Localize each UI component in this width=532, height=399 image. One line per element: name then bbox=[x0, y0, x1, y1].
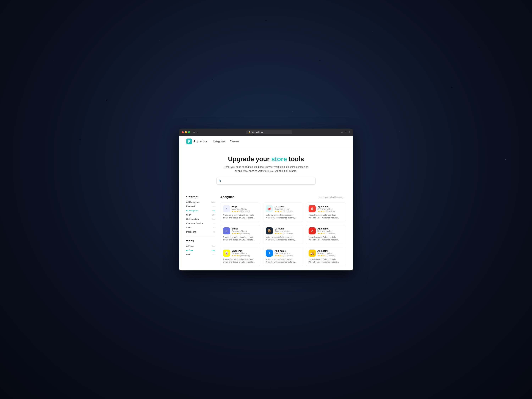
app-rating: ★★★★½ (32 reviews) bbox=[274, 255, 293, 257]
sidebar-pricing-list: All Apps23Free236Paid23 bbox=[186, 244, 215, 257]
active-dot-icon bbox=[186, 250, 187, 251]
pricing-item-free[interactable]: Free236 bbox=[186, 248, 215, 253]
stars-icon: ★★★★½ bbox=[232, 233, 240, 234]
app-card[interactable]: ✓ Yotpo By Ayman Mohey ★★★★½ (32 reviews… bbox=[220, 203, 260, 222]
stars-icon: ★★★★½ bbox=[232, 210, 240, 212]
sidebar-item-customer-service[interactable]: Customer Service1 bbox=[186, 221, 215, 226]
app-info: Stripe By Ayman Mohey ★★★★½ (32 reviews) bbox=[232, 227, 250, 234]
app-info: Yotpo By Ayman Mohey ★★★★½ (32 reviews) bbox=[232, 205, 250, 212]
app-card[interactable]: S Stripe By Ayman Mohey ★★★★½ (32 review… bbox=[220, 225, 260, 244]
app-card[interactable]: 👻 Snapchat By Ayman Mohey ★★★★½ (32 revi… bbox=[220, 247, 260, 266]
sidebar-item-all-catagories[interactable]: All Catagories236 bbox=[186, 200, 215, 204]
share-icon[interactable]: ↑ bbox=[345, 131, 347, 134]
sidebar-item-label: Monitoring bbox=[186, 231, 196, 233]
pricing-item-all-apps[interactable]: All Apps23 bbox=[186, 244, 215, 248]
app-author: By Ayman Mohey bbox=[232, 230, 250, 232]
app-info: App name By Ayman Mohey ★★★★½ (32 review… bbox=[317, 249, 336, 257]
pricing-item-paid[interactable]: Paid23 bbox=[186, 253, 215, 257]
app-card-header: A App name By Ayman Mohey ★★★★½ (32 revi… bbox=[309, 227, 343, 234]
app-rating-count: (32 reviews) bbox=[283, 233, 293, 234]
app-card[interactable]: 📦 Lil name By Ayman Mohey ★★★★½ (32 revi… bbox=[263, 225, 303, 244]
nav-categories[interactable]: Categories bbox=[213, 140, 225, 143]
app-rating-count: (32 reviews) bbox=[240, 210, 250, 212]
address-bar-inner[interactable]: 🔒 app.salla.sa bbox=[246, 130, 292, 134]
app-author: By Ayman Mohey bbox=[317, 230, 336, 232]
app-description: Instantly access Salla boards in Whereby… bbox=[266, 214, 300, 219]
back-icon[interactable]: ‹ bbox=[197, 131, 198, 134]
app-name: App name bbox=[317, 205, 336, 208]
app-rating-count: (32 reviews) bbox=[240, 255, 250, 257]
hero-subtitle: Either you need to add tools to boost up… bbox=[223, 165, 309, 173]
app-description: Instantly access Salla boards in Whereby… bbox=[309, 258, 343, 264]
logo-text: App store bbox=[193, 139, 207, 143]
maximize-button[interactable] bbox=[188, 131, 190, 133]
app-icon: 🚚 bbox=[309, 249, 316, 257]
app-description: A marketing tool that enables you to cre… bbox=[223, 258, 258, 264]
stars-icon: ★★★★½ bbox=[317, 255, 325, 257]
sidebar-item-label: Sales bbox=[186, 227, 191, 229]
traffic-lights bbox=[182, 131, 190, 133]
stars-icon: ★★★★½ bbox=[274, 255, 282, 257]
app-card[interactable]: ✈ App name By Ayman Mohey ★★★★½ (32 revi… bbox=[263, 247, 303, 266]
stars-icon: ★★★★½ bbox=[232, 255, 240, 257]
download-icon[interactable]: ⬇ bbox=[341, 131, 343, 134]
app-name: Yotpo bbox=[232, 205, 250, 208]
app-card-header: 🐙 Lil name By Ayman Mohey ★★★★½ (32 revi… bbox=[266, 205, 300, 212]
nav-themes[interactable]: Themes bbox=[230, 140, 239, 143]
sidebar: Categories All Catagories236Featured23An… bbox=[186, 195, 215, 266]
sidebar-item-label: Collaboration bbox=[186, 218, 199, 221]
app-rating-count: (32 reviews) bbox=[240, 233, 250, 234]
new-tab-icon[interactable]: + bbox=[349, 131, 350, 134]
app-card[interactable]: A App name By Ayman Mohey ★★★★½ (32 revi… bbox=[306, 225, 346, 244]
app-description: Instantly access Salla boards in Whereby… bbox=[266, 236, 300, 241]
nav-logo[interactable]: App store bbox=[186, 139, 207, 144]
close-button[interactable] bbox=[182, 131, 184, 133]
search-bar: 🔍 bbox=[216, 177, 316, 185]
sidebar-toggle-icon[interactable]: ⊞ bbox=[193, 131, 196, 134]
app-rating: ★★★★½ (32 reviews) bbox=[232, 233, 250, 234]
stars-icon: ★★★★½ bbox=[274, 233, 282, 234]
app-rating-count: (32 reviews) bbox=[283, 210, 293, 212]
sidebar-item-collaboration[interactable]: Collaboration23 bbox=[186, 217, 215, 221]
app-rating: ★★★★½ (32 reviews) bbox=[317, 210, 336, 212]
logo-icon bbox=[186, 139, 192, 144]
svg-rect-2 bbox=[188, 142, 189, 143]
learn-link-text: Learn how to build an app bbox=[318, 196, 343, 198]
hero-title-highlight: store bbox=[271, 155, 287, 163]
search-input[interactable] bbox=[216, 177, 316, 185]
app-card[interactable]: 🐙 Lil name By Ayman Mohey ★★★★½ (32 revi… bbox=[263, 203, 303, 222]
sidebar-item-crm[interactable]: CRM23 bbox=[186, 213, 215, 217]
app-rating: ★★★★½ (32 reviews) bbox=[232, 255, 250, 257]
app-rating: ★★★★½ (32 reviews) bbox=[317, 255, 336, 257]
app-icon: 👻 bbox=[223, 249, 230, 257]
content-area: Analytics Learn how to build an app → ✓ … bbox=[220, 195, 346, 266]
sidebar-item-analytics[interactable]: Analytics23 bbox=[186, 209, 215, 213]
hero-section: Upgrade your store tools Either you need… bbox=[179, 147, 353, 191]
learn-link[interactable]: Learn how to build an app → bbox=[318, 196, 346, 198]
app-card[interactable]: 🚚 App name By Ayman Mohey ★★★★½ (32 revi… bbox=[306, 247, 346, 266]
lock-icon: 🔒 bbox=[248, 131, 250, 133]
sidebar-item-label: Featured bbox=[186, 205, 195, 208]
stars-icon: ★★★★½ bbox=[274, 210, 282, 212]
sidebar-item-label: All Apps bbox=[186, 245, 194, 247]
sidebar-item-label: Analytics bbox=[186, 209, 198, 212]
search-icon: 🔍 bbox=[218, 179, 222, 182]
app-grid: ✓ Yotpo By Ayman Mohey ★★★★½ (32 reviews… bbox=[220, 203, 346, 266]
app-author: By Ayman Mohey bbox=[274, 252, 293, 254]
minimize-button[interactable] bbox=[185, 131, 187, 133]
app-card[interactable]: @ App name By Ayman Mohey ★★★★½ (32 revi… bbox=[306, 203, 346, 222]
sidebar-item-monitoring[interactable]: Monitoring8 bbox=[186, 230, 215, 234]
sidebar-item-label: Free bbox=[186, 249, 193, 252]
sidebar-item-count: 23 bbox=[212, 253, 215, 256]
browser-window: ⊞ ‹ 🔒 app.salla.sa ⬇ ↑ + bbox=[179, 129, 353, 270]
app-rating: ★★★★½ (32 reviews) bbox=[317, 233, 336, 234]
app-icon: A bbox=[309, 227, 316, 234]
sidebar-item-count: 1 bbox=[214, 222, 215, 224]
app-info: App name By Ayman Mohey ★★★★½ (32 review… bbox=[317, 205, 336, 212]
sidebar-item-count: 23 bbox=[212, 214, 215, 216]
app-rating: ★★★★½ (32 reviews) bbox=[274, 233, 293, 234]
sidebar-item-featured[interactable]: Featured23 bbox=[186, 204, 215, 209]
sidebar-item-sales[interactable]: Sales6 bbox=[186, 226, 215, 230]
hero-title: Upgrade your store tools bbox=[186, 155, 346, 163]
app-card-header: 📦 Lil name By Ayman Mohey ★★★★½ (32 revi… bbox=[266, 227, 300, 234]
